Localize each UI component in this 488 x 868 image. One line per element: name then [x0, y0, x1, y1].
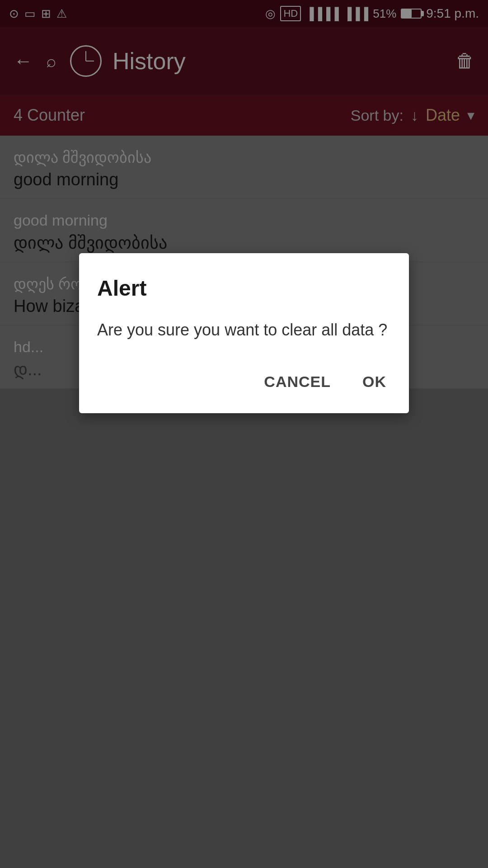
cancel-button[interactable]: CANCEL — [259, 368, 335, 395]
alert-dialog: Alert Are you sure you want to clear all… — [79, 253, 409, 413]
alert-title: Alert — [97, 276, 391, 301]
ok-button[interactable]: OK — [358, 368, 391, 395]
alert-buttons: CANCEL OK — [97, 368, 391, 395]
dialog-overlay: Alert Are you sure you want to clear all… — [0, 0, 488, 868]
alert-message: Are you sure you want to clear all data … — [97, 319, 391, 341]
